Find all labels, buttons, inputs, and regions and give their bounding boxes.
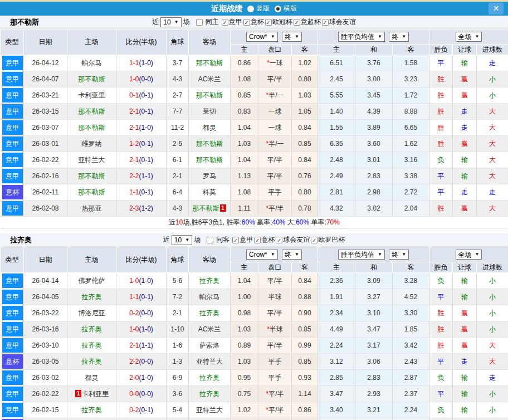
odds-home: 1.03 bbox=[231, 136, 258, 152]
match-count-select[interactable]: 10 ▼ bbox=[172, 235, 192, 245]
match-count-select[interactable]: 10 ▼ bbox=[160, 17, 181, 27]
result-wdl: 平 bbox=[429, 55, 453, 71]
league-type-cell: 意甲 bbox=[1, 289, 24, 305]
avg-time-select[interactable]: 终 ▼ bbox=[389, 32, 409, 42]
odds-away: 0.76 bbox=[292, 168, 318, 184]
team-name: 拉齐奥 bbox=[10, 235, 32, 245]
league-filter[interactable]: ✓球会友谊 bbox=[276, 235, 310, 245]
avg-home: 2.24 bbox=[318, 338, 355, 354]
checkbox-checked-icon[interactable]: ✓ bbox=[232, 237, 239, 243]
halftime-score: (0-0) bbox=[139, 309, 153, 317]
checkbox-checked-icon[interactable]: ✓ bbox=[276, 237, 282, 243]
result-handicap: 赢 bbox=[453, 305, 477, 321]
odds-home: 1.00 bbox=[231, 289, 258, 305]
same-venue-checkbox[interactable] bbox=[207, 237, 213, 243]
score-cell: 1-0(1-0) bbox=[116, 273, 167, 289]
home-team-name: 拉齐奥 bbox=[82, 325, 102, 333]
result-handicap: 赢 bbox=[453, 87, 477, 104]
score-cell: 2-1(1-1) bbox=[116, 338, 167, 354]
match-row: 意甲26-03-16拉齐奥1-0(1-0)1-10AC米兰1.03*半球0.85… bbox=[1, 321, 508, 338]
avg-type-select[interactable]: 胜平负均值 ▼ bbox=[338, 32, 385, 42]
league-filter[interactable]: ✓意甲 bbox=[232, 235, 253, 245]
handicap-line: 平/半 bbox=[258, 152, 292, 168]
result-wdl: 平 bbox=[429, 418, 453, 420]
home-team-cell: 拉齐奥 bbox=[67, 354, 116, 370]
avg-home: 2.16 bbox=[318, 418, 355, 420]
corner-count: 4-3 bbox=[167, 71, 189, 87]
match-date: 26-03-02 bbox=[24, 370, 67, 386]
checkbox-checked-icon[interactable]: ✓ bbox=[243, 19, 250, 26]
title-bar: 近期战绩 竖版 横版 ✕ bbox=[0, 0, 508, 16]
close-icon[interactable]: ✕ bbox=[489, 3, 504, 14]
summary-segment: 场,胜6平3负1, 胜率: bbox=[183, 218, 241, 226]
checkbox-checked-icon[interactable]: ✓ bbox=[311, 237, 318, 243]
home-team-cell: 博洛尼亚 bbox=[67, 305, 116, 321]
same-venue-checkbox[interactable] bbox=[196, 19, 203, 26]
league-badge: 意甲 bbox=[2, 338, 23, 353]
match-row: 意杯26-03-05拉齐奥2-2(0-0)1-3亚特兰大1.03平手0.853.… bbox=[1, 354, 508, 370]
fulltime-score: 0-1 bbox=[129, 91, 139, 99]
corner-count: 6-9 bbox=[167, 370, 189, 386]
handicap-line: *半/一 bbox=[258, 136, 292, 152]
result-goals: 走 bbox=[477, 184, 508, 201]
odds-time-select[interactable]: 终 ▼ bbox=[282, 250, 302, 260]
avg-away: 3.30 bbox=[393, 305, 429, 321]
checkbox-checked-icon[interactable]: ✓ bbox=[322, 19, 329, 26]
chevron-down-icon: ▼ bbox=[402, 35, 406, 39]
period-select[interactable]: 全场 ▼ bbox=[456, 250, 482, 260]
avg-type-select[interactable]: 胜平负均值 ▼ bbox=[338, 250, 385, 260]
score-cell: 2-3(1-2) bbox=[116, 201, 167, 217]
score-cell: 1-1(1-0) bbox=[116, 55, 167, 71]
odds-away: 0.78 bbox=[292, 201, 318, 217]
checkbox-checked-icon[interactable]: ✓ bbox=[254, 237, 261, 243]
home-team-name: 都灵 bbox=[85, 374, 99, 382]
league-filter[interactable]: ✓意甲 bbox=[222, 17, 242, 27]
corner-count: 5-6 bbox=[167, 273, 189, 289]
league-type-cell: 意甲 bbox=[1, 338, 24, 354]
score-cell: 0-2(0-1) bbox=[116, 402, 167, 418]
odds-company-select[interactable]: Crow* ▼ bbox=[246, 250, 278, 260]
avg-home: 2.36 bbox=[318, 273, 355, 289]
avg-time-select[interactable]: 终 ▼ bbox=[389, 250, 409, 260]
league-filter[interactable]: ✓意超杯 bbox=[294, 17, 321, 27]
vertical-layout-label: 竖版 bbox=[256, 4, 270, 13]
handicap-line: 平/半 bbox=[258, 305, 292, 321]
league-filter[interactable]: ✓意杯 bbox=[243, 17, 264, 27]
checkbox-checked-icon[interactable]: ✓ bbox=[294, 19, 300, 26]
avg-draw: 3.01 bbox=[355, 152, 393, 168]
halftime-score: (0-1) bbox=[139, 156, 153, 164]
checkbox-checked-icon[interactable]: ✓ bbox=[222, 19, 228, 26]
odds-company-select[interactable]: Crow* ▼ bbox=[246, 32, 278, 42]
period-value: 全场 bbox=[458, 250, 472, 260]
checkbox-checked-icon[interactable]: ✓ bbox=[265, 19, 272, 26]
halftime-score: (0-1) bbox=[139, 140, 153, 148]
score-cell: 2-1(1-0) bbox=[116, 120, 167, 136]
league-filter[interactable]: ✓意杯 bbox=[254, 235, 275, 245]
odds-away: 0.99 bbox=[292, 338, 318, 354]
vertical-layout-radio[interactable] bbox=[247, 6, 254, 12]
handicap-line: 平/半 bbox=[258, 338, 292, 354]
horizontal-layout-radio[interactable] bbox=[275, 6, 281, 12]
halftime-score: (1-1) bbox=[139, 341, 153, 349]
corner-count: 6-1 bbox=[167, 152, 189, 168]
odds-home: 1.04 bbox=[231, 273, 258, 289]
avg-draw: 3.00 bbox=[355, 71, 393, 87]
corner-count: 2-1 bbox=[167, 305, 189, 321]
match-date: 26-03-22 bbox=[24, 305, 67, 321]
result-handicap: 赢 bbox=[453, 71, 477, 87]
odds-time-select[interactable]: 终 ▼ bbox=[282, 32, 302, 42]
league-filter[interactable]: ✓欧罗巴杯 bbox=[311, 235, 345, 245]
period-select[interactable]: 全场 ▼ bbox=[456, 32, 482, 42]
avg-away: 1.58 bbox=[393, 55, 429, 71]
halftime-score: (1-0) bbox=[139, 374, 153, 382]
result-wdl: 胜 bbox=[429, 87, 453, 104]
sub-header-odds-home: 主 bbox=[231, 45, 258, 55]
avg-away: 2.04 bbox=[393, 201, 429, 217]
home-team-name: 拉齐奥 bbox=[82, 406, 102, 414]
handicap-text: 平手 bbox=[268, 188, 282, 196]
avg-draw: 3.13 bbox=[355, 418, 393, 420]
league-filter[interactable]: ✓球会友谊 bbox=[322, 17, 356, 27]
league-type-cell: 意甲 bbox=[1, 370, 24, 386]
match-row: 意甲26-04-07那不勒斯1-0(0-0)4-3AC米兰1.08平/半0.80… bbox=[1, 71, 508, 87]
league-filter[interactable]: ✓欧冠杯 bbox=[265, 17, 292, 27]
